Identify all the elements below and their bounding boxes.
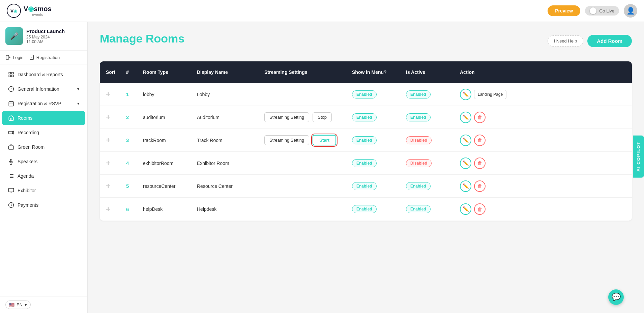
sidebar-item-exhibitor[interactable]: Exhibitor bbox=[2, 183, 85, 198]
edit-button[interactable]: ✏️ bbox=[460, 135, 471, 146]
sidebar-item-label: Exhibitor bbox=[18, 188, 36, 193]
event-time: 11:00 AM bbox=[26, 39, 65, 44]
logo-sub: events bbox=[24, 12, 52, 17]
status-badge: Enabled bbox=[406, 113, 431, 121]
drag-handle[interactable]: ✛ bbox=[103, 88, 123, 101]
streaming-cell bbox=[262, 91, 349, 98]
action-cell: ✏️ 🗑 bbox=[457, 154, 525, 172]
main-layout: 🎤 Product Launch 25 May 2024 11:00 AM Lo… bbox=[0, 22, 644, 313]
drag-handle[interactable]: ✛ bbox=[103, 156, 123, 170]
col-action: Action bbox=[457, 65, 525, 80]
sidebar-item-label: Agenda bbox=[18, 173, 34, 179]
landing-page-button[interactable]: Landing Page bbox=[474, 90, 506, 99]
sidebar-item-greenroom[interactable]: Green Room bbox=[2, 140, 85, 154]
row-number: 1 bbox=[123, 88, 140, 101]
sidebar-item-speakers[interactable]: Speakers bbox=[2, 154, 85, 169]
video-icon bbox=[8, 130, 14, 136]
topnav-right: Preview Go Live 👤 bbox=[548, 4, 637, 18]
streaming-setting-button[interactable]: Streaming Setting bbox=[264, 112, 309, 122]
room-type: exhibitorRoom bbox=[140, 157, 194, 169]
add-room-button[interactable]: Add Room bbox=[587, 35, 632, 47]
login-button[interactable]: Login bbox=[5, 55, 24, 60]
status-badge: Enabled bbox=[352, 205, 377, 213]
delete-button[interactable]: 🗑 bbox=[474, 158, 486, 169]
row-number: 2 bbox=[123, 111, 140, 123]
status-badge: Enabled bbox=[352, 159, 377, 167]
sidebar-item-agenda[interactable]: Agenda bbox=[2, 169, 85, 183]
display-name: Helpdesk bbox=[194, 203, 262, 215]
main-content: Manage Rooms I Need Help Add Room Sort #… bbox=[88, 22, 644, 313]
action-cell: ✏️ 🗑 bbox=[457, 177, 525, 195]
language-selector[interactable]: 🇺🇸 EN ▾ bbox=[5, 301, 31, 309]
table-row: ✛ 1 lobby Lobby Enabled Enabled ✏️ Landi… bbox=[100, 83, 632, 106]
sidebar-item-rooms[interactable]: Rooms bbox=[2, 111, 85, 125]
col-sort: Sort bbox=[103, 65, 123, 80]
logo[interactable]: V ◉ V◉smos events bbox=[7, 4, 52, 18]
edit-button[interactable]: ✏️ bbox=[460, 158, 471, 169]
lang-label: EN bbox=[17, 302, 23, 307]
payments-icon bbox=[8, 202, 14, 208]
display-name: Resource Center bbox=[194, 180, 262, 192]
streaming-setting-button[interactable]: Streaming Setting bbox=[264, 135, 309, 145]
ai-copilot-tab[interactable]: AI COPILOT bbox=[633, 135, 644, 177]
is-active: Enabled bbox=[403, 87, 457, 102]
status-badge: Enabled bbox=[406, 205, 431, 213]
col-num: # bbox=[123, 65, 140, 80]
edit-button[interactable]: ✏️ bbox=[460, 89, 471, 100]
drag-handle[interactable]: ✛ bbox=[103, 203, 123, 216]
action-cell: ✏️ 🗑 bbox=[457, 108, 525, 126]
registration-icon bbox=[29, 55, 34, 60]
svg-rect-5 bbox=[12, 75, 13, 77]
avatar[interactable]: 👤 bbox=[624, 4, 637, 18]
chat-bubble[interactable]: 💬 bbox=[608, 289, 624, 305]
drag-handle[interactable]: ✛ bbox=[103, 179, 123, 193]
help-button[interactable]: I Need Help bbox=[548, 35, 584, 47]
delete-button[interactable]: 🗑 bbox=[474, 180, 486, 192]
login-icon bbox=[5, 55, 11, 60]
edit-button[interactable]: ✏️ bbox=[460, 203, 471, 215]
sidebar: 🎤 Product Launch 25 May 2024 11:00 AM Lo… bbox=[0, 22, 88, 313]
sidebar-item-registration[interactable]: Registration & RSVP ▾ bbox=[2, 96, 85, 111]
preview-button[interactable]: Preview bbox=[548, 5, 580, 16]
sidebar-item-payments[interactable]: Payments bbox=[2, 198, 85, 212]
row-number: 3 bbox=[123, 134, 140, 146]
sidebar-item-dashboard[interactable]: Dashboard & Reports bbox=[2, 67, 85, 82]
chevron-down-icon: ▾ bbox=[77, 101, 79, 106]
sidebar-item-recording[interactable]: Recording bbox=[2, 125, 85, 140]
sidebar-item-label: Green Room bbox=[18, 144, 45, 150]
delete-button[interactable]: 🗑 bbox=[474, 135, 486, 146]
flag-icon: 🇺🇸 bbox=[9, 302, 14, 307]
page-actions: I Need Help Add Room bbox=[548, 35, 632, 47]
action-cell: ✏️ Landing Page bbox=[457, 85, 525, 104]
svg-rect-17 bbox=[9, 188, 14, 192]
status-badge: Enabled bbox=[352, 136, 377, 144]
table-row: ✛ 5 resourceCenter Resource Center Enabl… bbox=[100, 175, 632, 198]
action-cell: ✏️ 🗑 bbox=[457, 200, 525, 218]
svg-rect-3 bbox=[12, 72, 13, 74]
golive-toggle[interactable]: Go Live bbox=[585, 6, 619, 16]
is-active: Enabled bbox=[403, 110, 457, 125]
edit-button[interactable]: ✏️ bbox=[460, 180, 471, 192]
show-in-menu: Enabled bbox=[349, 156, 403, 171]
status-badge: Enabled bbox=[352, 182, 377, 190]
drag-handle[interactable]: ✛ bbox=[103, 134, 123, 147]
delete-button[interactable]: 🗑 bbox=[474, 112, 486, 123]
grid-icon bbox=[8, 72, 14, 78]
stop-button[interactable]: Stop bbox=[313, 112, 332, 122]
svg-rect-8 bbox=[9, 131, 12, 134]
row-number: 6 bbox=[123, 203, 140, 216]
show-in-menu: Enabled bbox=[349, 179, 403, 194]
room-type: auditorium bbox=[140, 111, 194, 123]
streaming-cell bbox=[262, 160, 349, 167]
drag-handle[interactable]: ✛ bbox=[103, 111, 123, 124]
table-row: ✛ 3 trackRoom Track Room Streaming Setti… bbox=[100, 129, 632, 152]
sidebar-item-label: Payments bbox=[18, 202, 38, 208]
delete-button[interactable]: 🗑 bbox=[474, 203, 486, 215]
show-in-menu: Enabled bbox=[349, 133, 403, 148]
info-icon bbox=[8, 86, 14, 92]
start-button[interactable]: Start bbox=[313, 135, 336, 145]
mic-icon bbox=[8, 159, 14, 165]
sidebar-item-general[interactable]: General Information ▾ bbox=[2, 82, 85, 96]
registration-button[interactable]: Registration bbox=[29, 55, 60, 60]
edit-button[interactable]: ✏️ bbox=[460, 112, 471, 123]
